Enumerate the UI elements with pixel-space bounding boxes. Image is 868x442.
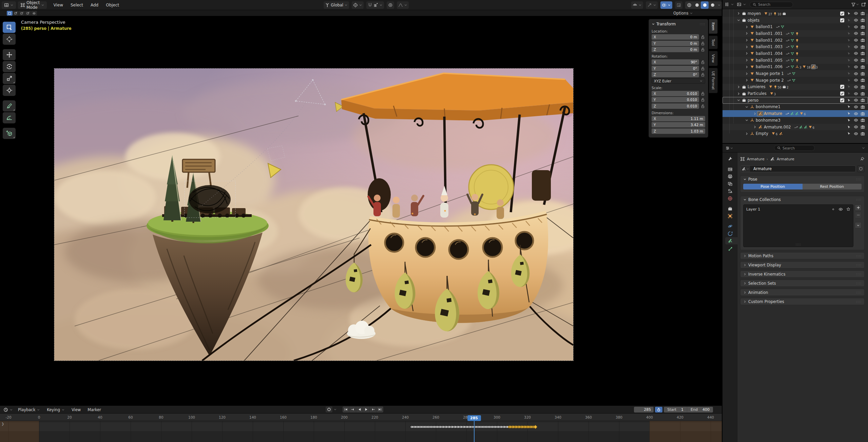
pivot-dropdown[interactable] — [352, 1, 364, 9]
rotation-y-field[interactable]: Y0° — [652, 66, 699, 71]
selectable-icon[interactable] — [846, 52, 852, 56]
pin-icon[interactable] — [860, 157, 865, 161]
rotate-tool-button[interactable] — [3, 61, 16, 72]
hide-viewport-icon[interactable] — [852, 78, 859, 82]
breadcrumb-object[interactable]: Armature — [747, 157, 765, 161]
cursor-tool-tool-button[interactable] — [3, 34, 16, 45]
panel-animation[interactable]: Animation:::: — [740, 289, 865, 296]
outliner-row[interactable]: moyen2710 — [722, 10, 868, 17]
new-collection-icon[interactable] — [861, 2, 866, 7]
hide-viewport-icon[interactable] — [852, 132, 859, 136]
timeline-menu-view[interactable]: View — [69, 407, 84, 412]
disable-render-icon[interactable] — [859, 11, 866, 16]
selectable-icon[interactable] — [846, 118, 852, 122]
outliner-row[interactable]: perso — [722, 97, 868, 104]
hide-viewport-icon[interactable] — [852, 31, 859, 36]
playhead-badge[interactable]: 285 — [467, 415, 481, 421]
collection-specials-button[interactable] — [855, 222, 862, 228]
dimensions-x-field[interactable]: X1.11 m — [652, 116, 705, 121]
disable-render-icon[interactable] — [859, 118, 866, 122]
selectable-icon[interactable] — [846, 32, 852, 36]
play-reverse-button[interactable] — [356, 406, 363, 413]
properties-tab-render[interactable] — [725, 166, 737, 173]
datablock-name-field[interactable]: Armature — [740, 165, 856, 172]
properties-tab-physics[interactable] — [725, 223, 737, 230]
play-button[interactable] — [363, 406, 370, 413]
lock-icon[interactable] — [700, 72, 705, 77]
hide-viewport-icon[interactable] — [852, 92, 859, 96]
panel-collapse-icon[interactable] — [743, 178, 747, 181]
disable-render-icon[interactable] — [859, 98, 866, 102]
channel-expand-icon[interactable]: ❯ — [1, 422, 4, 426]
properties-tab-object[interactable] — [725, 213, 737, 220]
options-dropdown[interactable]: Options — [673, 11, 693, 16]
hide-viewport-icon[interactable] — [852, 25, 859, 29]
add-collection-button[interactable] — [855, 204, 862, 211]
hide-viewport-icon[interactable] — [852, 18, 859, 22]
pose-pose-position-button[interactable]: Pose Position — [743, 184, 803, 189]
lock-icon[interactable] — [700, 66, 705, 71]
hide-viewport-icon[interactable] — [852, 85, 859, 89]
annotate-tool-button[interactable] — [3, 100, 16, 112]
selectable-icon[interactable] — [846, 112, 852, 116]
jump-to-start-button[interactable] — [343, 406, 349, 413]
panel-collapse-icon[interactable] — [743, 198, 747, 201]
bone-collection-row[interactable]: Layer 1 — [744, 206, 853, 213]
add-cube-tool-button[interactable] — [3, 128, 16, 139]
selectable-icon[interactable] — [846, 98, 852, 102]
xray-toggle[interactable] — [675, 1, 682, 9]
select-mode-4[interactable] — [31, 11, 37, 16]
disable-render-icon[interactable] — [859, 85, 866, 89]
select-mode-2[interactable] — [19, 11, 25, 16]
scale-x-field[interactable]: X0.010 — [652, 91, 699, 96]
outliner-search[interactable]: Search — [750, 2, 793, 7]
disable-render-icon[interactable] — [859, 25, 866, 29]
pose-rest-position-button[interactable]: Rest Position — [803, 184, 862, 189]
chevron-down-icon[interactable] — [333, 408, 337, 411]
disable-render-icon[interactable] — [859, 112, 866, 116]
selectable-icon[interactable] — [846, 85, 852, 89]
disable-render-icon[interactable] — [859, 18, 866, 22]
next-keyframe-button[interactable] — [370, 406, 377, 413]
rotation-z-field[interactable]: Z0° — [652, 72, 699, 77]
scale-z-field[interactable]: Z0.010 — [652, 103, 699, 109]
shading-wireframe-button[interactable] — [685, 1, 693, 9]
properties-tab-tool[interactable] — [725, 155, 737, 162]
lock-icon[interactable] — [700, 104, 705, 108]
dimensions-y-field[interactable]: Y3.42 m — [652, 122, 705, 127]
panel-motion-paths[interactable]: Motion Paths:::: — [740, 252, 865, 259]
end-frame-field[interactable]: End400 — [687, 407, 713, 413]
panel-selection-sets[interactable]: Selection Sets:::: — [740, 280, 865, 287]
properties-tab-output[interactable] — [725, 173, 737, 180]
selectable-icon[interactable] — [846, 72, 852, 76]
selectable-icon[interactable] — [846, 38, 852, 42]
snap-settings-icon[interactable] — [373, 3, 378, 7]
playhead[interactable] — [474, 421, 475, 442]
lock-icon[interactable] — [700, 97, 705, 102]
snap-toggle[interactable] — [366, 1, 384, 9]
outliner-row[interactable]: ballon01 .003 — [722, 43, 868, 50]
menu-object[interactable]: Object — [102, 1, 123, 9]
timeline-menu-marker[interactable]: Marker — [84, 407, 104, 412]
location-z-field[interactable]: Z0 m — [652, 47, 699, 52]
jump-to-end-button[interactable] — [377, 406, 383, 413]
outliner-row[interactable]: Armature.0026 — [722, 124, 868, 130]
selectable-icon[interactable] — [846, 92, 852, 96]
exclude-checkbox[interactable] — [839, 85, 846, 89]
select-mode-0[interactable] — [7, 11, 13, 16]
select-mode-3[interactable] — [25, 11, 31, 16]
display-mode-icon[interactable] — [737, 2, 741, 7]
filter-icon[interactable] — [851, 2, 856, 7]
viewport-3d[interactable]: Camera Perspective (285) perso | Armatur… — [0, 16, 722, 405]
exclude-checkbox[interactable] — [839, 98, 846, 102]
disable-render-icon[interactable] — [859, 31, 866, 36]
overlays-toggle[interactable] — [660, 1, 672, 9]
hide-viewport-icon[interactable] — [852, 58, 859, 62]
lock-icon[interactable] — [700, 41, 705, 46]
sidebar-tab-view[interactable]: View — [709, 51, 718, 66]
timeline-editor-icon[interactable] — [2, 407, 14, 412]
outliner-scrollbar[interactable] — [866, 14, 868, 64]
lock-icon[interactable] — [700, 47, 705, 52]
timeline-ruler[interactable]: -200204060801001201401601802002202402602… — [0, 414, 722, 421]
disable-render-icon[interactable] — [859, 92, 866, 96]
